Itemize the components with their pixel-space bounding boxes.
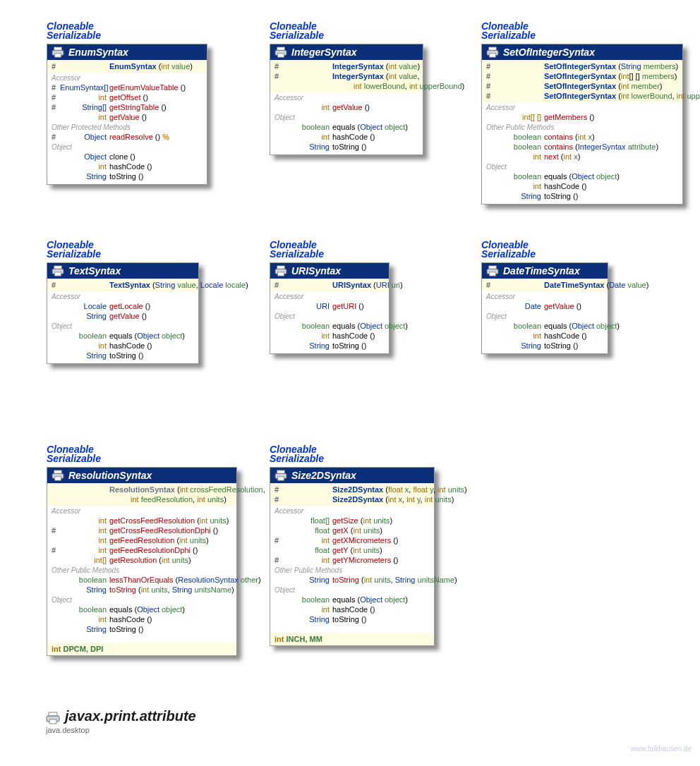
- constructors-block: # DateTimeSyntax (Date value): [482, 279, 608, 291]
- method-row: boolean equals (Object object): [482, 321, 608, 331]
- method-row: # int getOffset (): [47, 92, 207, 102]
- method-row: int hashCode (): [482, 331, 608, 341]
- section-label: Accessor: [47, 506, 236, 516]
- method-row: int getCrossFeedResolution (int units): [47, 516, 236, 525]
- card-title: SetOfIntegerSyntax: [503, 47, 595, 58]
- method-row: String toString (): [270, 614, 434, 624]
- method-row: int[] getResolution (int units): [47, 555, 236, 565]
- class-card-resolutionsyntax: ResolutionSyntax ResolutionSyntax (int c…: [47, 467, 237, 656]
- constructors-block: # URISyntax (URI uri): [270, 279, 389, 291]
- package-label: javax.print.attribute java.desktop: [42, 705, 200, 737]
- method-row: int hashCode (): [270, 331, 389, 341]
- svg-rect-23: [278, 477, 284, 480]
- printer-icon: [52, 470, 64, 481]
- method-row: String toString (): [270, 142, 423, 152]
- constructor-row: # SetOfIntegerSyntax (int lowerBound, in…: [482, 91, 682, 101]
- constructor-row: # EnumSyntax (int value): [47, 61, 207, 71]
- constructor-row: # URISyntax (URI uri): [270, 280, 389, 290]
- class-card-datetimesyntax: DateTimeSyntax # DateTimeSyntax (Date va…: [481, 262, 608, 354]
- section-label: Object: [270, 585, 434, 595]
- card-header: URISyntax: [270, 263, 389, 279]
- svg-rect-18: [54, 470, 62, 473]
- method-row: String getValue (): [47, 311, 198, 321]
- class-card-size2dsyntax: Size2DSyntax # Size2DSyntax (float x, fl…: [270, 467, 435, 646]
- section-label: Object: [47, 321, 198, 331]
- svg-rect-8: [490, 54, 496, 57]
- constants-block: int DPCM, DPI: [47, 643, 236, 655]
- svg-rect-24: [49, 712, 57, 716]
- printer-icon: [274, 47, 287, 58]
- svg-rect-12: [277, 266, 285, 269]
- svg-rect-9: [54, 266, 62, 269]
- constructor-row-cont: int feedResolution, int units): [47, 494, 236, 504]
- card-header: TextSyntax: [47, 263, 198, 279]
- constructors-block: # Size2DSyntax (float x, float y, int un…: [270, 483, 434, 506]
- section-label: Other Public Methods: [482, 122, 682, 132]
- implements-label: CloneableSerializable: [47, 240, 101, 258]
- class-card-textsyntax: TextSyntax # TextSyntax (String value, L…: [47, 262, 199, 364]
- method-row: String toString (): [482, 341, 608, 351]
- section-label: Other Protected Methods: [47, 122, 207, 132]
- constructor-row: # SetOfIntegerSyntax (String members): [482, 61, 682, 71]
- card-header: Size2DSyntax: [270, 468, 434, 483]
- implements-label: CloneableSerializable: [481, 240, 536, 258]
- printer-icon: [486, 265, 499, 276]
- printer-icon: [486, 47, 499, 58]
- method-row: int hashCode (): [47, 614, 236, 624]
- section-label: Object: [482, 311, 608, 321]
- section-label: Other Public Methods: [47, 565, 236, 575]
- method-row: boolean equals (Object object): [47, 331, 198, 341]
- card-title: Size2DSyntax: [291, 470, 356, 481]
- method-row: int getValue (): [270, 102, 423, 112]
- method-row: float[] getSize (int units): [270, 516, 434, 525]
- implements-label: CloneableSerializable: [47, 444, 101, 463]
- method-row: int hashCode (): [47, 162, 207, 171]
- section-label: Accessor: [270, 506, 434, 516]
- method-row: int[] [] getMembers (): [482, 112, 682, 122]
- card-header: IntegerSyntax: [270, 44, 423, 60]
- method-row: String toString (): [47, 351, 198, 360]
- method-row: int hashCode (): [482, 181, 682, 191]
- watermark-link[interactable]: www.falkhausen.de: [631, 745, 692, 753]
- card-title: EnumSyntax: [68, 47, 128, 58]
- printer-icon: [52, 47, 64, 58]
- constructors-block: ResolutionSyntax (int crossFeedResolutio…: [47, 483, 236, 506]
- section-label: Object: [47, 595, 236, 604]
- svg-rect-26: [49, 719, 56, 724]
- method-row: boolean equals (Object object): [482, 171, 682, 181]
- card-header: DateTimeSyntax: [482, 263, 608, 279]
- section-label: Object: [270, 112, 423, 122]
- method-row: # EnumSyntax[] getEnumValueTable (): [47, 83, 207, 92]
- module-name: java.desktop: [46, 726, 90, 734]
- method-row: boolean equals (Object object): [47, 604, 236, 614]
- method-row: # int getXMicrometers (): [270, 535, 434, 545]
- section-label: Object: [482, 162, 682, 171]
- section-label: Accessor: [482, 102, 682, 112]
- method-row: float getY (int units): [270, 545, 434, 555]
- card-header: EnumSyntax: [47, 44, 207, 60]
- method-row: String toString (): [270, 341, 389, 351]
- constructor-row: # SetOfIntegerSyntax (int member): [482, 81, 682, 91]
- method-row: # int getYMicrometers (): [270, 555, 434, 565]
- section-label: Accessor: [270, 92, 423, 102]
- constructors-block: # TextSyntax (String value, Locale local…: [47, 279, 198, 291]
- method-row: Date getValue (): [482, 301, 608, 311]
- method-row: String toString (int units, String units…: [270, 575, 434, 585]
- svg-rect-0: [54, 47, 62, 50]
- method-row: # Object readResolve () %: [47, 132, 207, 142]
- method-row: boolean contains (IntegerSyntax attribut…: [482, 142, 682, 152]
- section-label: Object: [270, 311, 389, 321]
- method-row: # String[] getStringTable (): [47, 102, 207, 112]
- method-row: int getFeedResolution (int units): [47, 535, 236, 545]
- method-row: String toString (int units, String units…: [47, 585, 236, 595]
- constructors-block: # SetOfIntegerSyntax (String members) # …: [482, 60, 682, 102]
- card-title: ResolutionSyntax: [68, 470, 152, 481]
- method-row: boolean equals (Object object): [270, 595, 434, 604]
- implements-label: CloneableSerializable: [270, 21, 324, 39]
- svg-rect-5: [278, 54, 284, 57]
- method-row: float getX (int units): [270, 525, 434, 535]
- card-title: IntegerSyntax: [291, 47, 357, 58]
- method-row: boolean equals (Object object): [270, 122, 423, 132]
- constructor-row: ResolutionSyntax (int crossFeedResolutio…: [47, 485, 236, 494]
- constructor-row: # IntegerSyntax (int value,: [270, 71, 423, 81]
